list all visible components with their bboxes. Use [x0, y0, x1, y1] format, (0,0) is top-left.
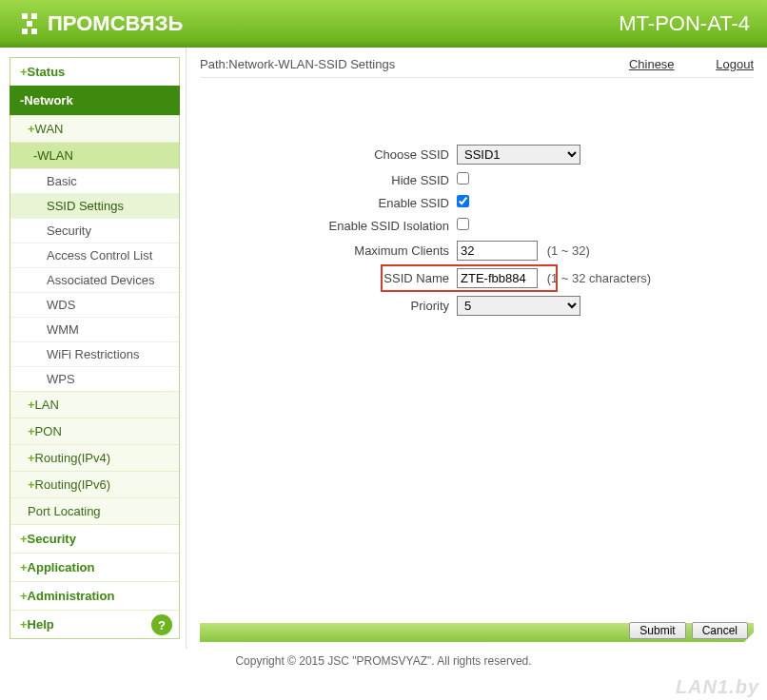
hide-ssid-label: Hide SSID: [200, 173, 457, 187]
svg-rect-4: [31, 29, 37, 34]
ssid-settings-form: Choose SSID SSID1 Hide SSID Enable SSID: [200, 145, 754, 323]
isolation-label: Enable SSID Isolation: [200, 219, 457, 233]
brand-label: ПРОМСВЯЗЬ: [48, 11, 183, 36]
nav-routing-ipv4[interactable]: +Routing(IPv4): [10, 444, 179, 471]
nav-wlan-basic[interactable]: Basic: [10, 168, 179, 193]
nav-wlan-wifi-restrict[interactable]: WiFi Restrictions: [10, 341, 179, 366]
svg-rect-3: [22, 29, 28, 34]
nav-routing-ipv6[interactable]: +Routing(IPv6): [10, 471, 179, 497]
nav-pon[interactable]: +PON: [10, 418, 179, 444]
watermark: LAN1.by: [676, 676, 759, 677]
nav-wlan-wmm[interactable]: WMM: [10, 317, 179, 341]
ssid-name-input[interactable]: [457, 268, 538, 288]
nav-wan[interactable]: +WAN: [10, 115, 179, 142]
svg-rect-2: [27, 21, 32, 27]
submit-button[interactable]: Submit: [629, 622, 685, 639]
nav-wlan[interactable]: -WLAN: [10, 142, 179, 168]
cancel-button[interactable]: Cancel: [692, 622, 748, 639]
ssid-name-label: SSID Name: [200, 271, 457, 285]
top-header: ПРОМСВЯЗЬ MT-PON-AT-4: [0, 0, 767, 48]
nav-administration[interactable]: +Administration: [10, 581, 179, 610]
logout-link[interactable]: Logout: [716, 57, 754, 71]
choose-ssid-select[interactable]: SSID1: [457, 145, 580, 165]
help-icon[interactable]: ?: [151, 614, 172, 635]
svg-rect-0: [22, 13, 28, 19]
nav-security[interactable]: +Security: [10, 524, 179, 553]
nav-application[interactable]: +Application: [10, 553, 179, 581]
hide-ssid-checkbox[interactable]: [457, 172, 469, 185]
path-bar: Path:Network-WLAN-SSID Settings Chinese …: [200, 55, 754, 78]
enable-ssid-checkbox[interactable]: [457, 195, 469, 207]
nav-wlan-acl[interactable]: Access Control List: [10, 243, 179, 267]
max-clients-input[interactable]: [457, 241, 538, 261]
copyright: Copyright © 2015 JSC "PROMSVYAZ". All ri…: [0, 649, 767, 677]
nav-network[interactable]: -Network: [10, 86, 180, 115]
nav-wlan-wds[interactable]: WDS: [10, 292, 179, 317]
content-area: Path:Network-WLAN-SSID Settings Chinese …: [186, 48, 767, 649]
nav-wlan-wps[interactable]: WPS: [10, 366, 179, 391]
nav-wlan-ssid-settings[interactable]: SSID Settings: [10, 193, 179, 218]
brand-icon: [17, 11, 42, 36]
enable-ssid-label: Enable SSID: [200, 196, 457, 210]
footer: Submit Cancel: [200, 613, 754, 639]
priority-label: Priority: [200, 299, 457, 313]
nav-port-locating[interactable]: Port Locating: [10, 497, 179, 524]
ssid-name-hint: (1 ~ 32 characters): [547, 271, 651, 285]
sidebar: +Status -Network +WAN -WLAN Basic SSID S…: [0, 48, 186, 649]
nav-lan[interactable]: +LAN: [10, 391, 179, 418]
choose-ssid-label: Choose SSID: [200, 147, 457, 162]
nav-wlan-assoc[interactable]: Associated Devices: [10, 267, 179, 292]
breadcrumb: Path:Network-WLAN-SSID Settings: [200, 57, 395, 71]
max-clients-label: Maximum Clients: [200, 243, 457, 258]
max-clients-hint: (1 ~ 32): [547, 243, 590, 258]
lang-chinese-link[interactable]: Chinese: [629, 57, 675, 71]
nav-status[interactable]: +Status: [10, 57, 180, 86]
priority-select[interactable]: 5: [457, 296, 580, 316]
isolation-checkbox[interactable]: [457, 218, 469, 230]
model-name: MT-PON-AT-4: [619, 11, 750, 36]
brand: ПРОМСВЯЗЬ: [17, 11, 183, 36]
nav-wlan-security[interactable]: Security: [10, 218, 179, 243]
svg-rect-1: [31, 13, 37, 19]
